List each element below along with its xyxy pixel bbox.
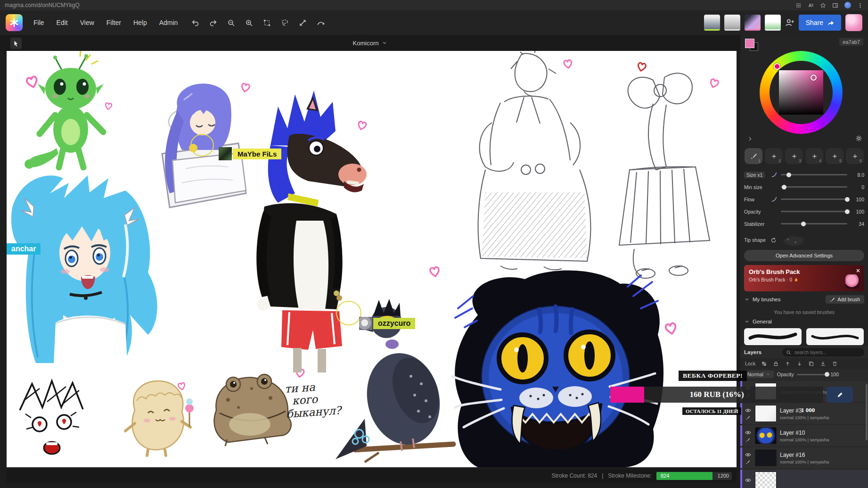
menu-help[interactable]: Help [127, 16, 153, 29]
translate-icon[interactable] [808, 2, 814, 8]
stabilizer-slider[interactable] [781, 223, 847, 224]
close-banner-icon[interactable] [855, 268, 861, 273]
layer-search-input[interactable] [794, 349, 851, 356]
brush-preset-tile[interactable] [744, 328, 802, 345]
layer-thumbnail [755, 471, 777, 488]
collaborator-avatar-1[interactable] [704, 15, 720, 31]
zoom-in-icon[interactable] [245, 19, 253, 27]
advanced-settings-button[interactable]: Open Advanced Settings [744, 250, 864, 261]
color-settings-icon[interactable] [855, 135, 862, 142]
menu-filter[interactable]: Filter [100, 16, 127, 29]
milestone-progress: 824 1200 [656, 472, 732, 480]
apps-icon[interactable] [795, 2, 802, 8]
menu-admin[interactable]: Admin [153, 16, 184, 29]
alien-drawing [25, 51, 104, 169]
duplicate-layer-icon[interactable] [808, 361, 814, 367]
brush-slot-3[interactable]: 3 [785, 148, 803, 164]
collaborator-avatar-3[interactable] [745, 15, 761, 31]
layer-visibility-icon[interactable] [745, 452, 751, 458]
hue-indicator[interactable] [774, 63, 780, 70]
layer-row[interactable]: Layer #10normal 100% | senyasha [740, 425, 868, 446]
lock-icon[interactable] [773, 361, 779, 367]
menubar: File Edit View Filter Help Admin Share [0, 10, 868, 35]
donation-edit-button[interactable] [827, 387, 853, 403]
menu-edit[interactable]: Edit [50, 16, 74, 29]
layer-thumbnail [755, 449, 777, 466]
drawing-canvas[interactable]: anchar MaYbe FiLs ozzycuro ти на кого бы… [7, 51, 737, 467]
merge-layer-icon[interactable] [820, 361, 826, 367]
general-label: General [753, 319, 772, 324]
status-bar: Stroke Count: 824 | Stroke Milestone: 82… [7, 469, 737, 482]
layer-row[interactable] [740, 470, 868, 488]
fullscreen-icon[interactable] [299, 19, 307, 27]
lower-layer-icon[interactable] [796, 361, 802, 367]
tip-shape-preview[interactable] [781, 233, 806, 247]
raise-layer-icon[interactable] [785, 361, 791, 367]
menu-file[interactable]: File [27, 16, 50, 29]
brush-pack-banner[interactable]: Orb's Brush Pack Orb's Brush Pack · 0 [744, 265, 864, 291]
brush-slot-5[interactable]: 5 [826, 148, 843, 164]
layer-opacity-slider[interactable] [797, 374, 827, 375]
general-section-row[interactable]: General [744, 319, 864, 324]
bookmark-icon[interactable] [820, 2, 826, 8]
brush-slot-1[interactable]: 1 [745, 148, 762, 164]
my-brushes-label[interactable]: My brushes [753, 297, 780, 302]
layer-visibility-icon[interactable] [745, 430, 751, 436]
brush-preset-tile[interactable] [806, 328, 864, 345]
refresh-tip-icon[interactable] [770, 237, 777, 243]
layers-scrollbar[interactable] [866, 384, 868, 440]
alpha-lock-icon[interactable] [761, 361, 767, 367]
collaborator-avatar-4[interactable] [765, 15, 781, 31]
smoothing-icon[interactable] [317, 19, 325, 27]
brush-slot-4[interactable]: 4 [805, 148, 823, 164]
layer-brush-icon[interactable] [745, 438, 750, 442]
delete-layer-icon[interactable] [832, 361, 838, 367]
blend-mode-dropdown[interactable]: Normal [744, 371, 774, 378]
lasso-icon[interactable] [281, 19, 289, 27]
panel-icon[interactable] [832, 2, 838, 8]
move-tool-icon[interactable] [10, 38, 22, 49]
layers-title: Layers [744, 349, 762, 355]
layer-visibility-icon[interactable] [745, 477, 751, 483]
color-hex-value[interactable]: ea7ab7 [839, 38, 863, 46]
invite-user-icon[interactable] [785, 18, 794, 27]
pressure-toggle-icon[interactable] [771, 172, 780, 178]
sv-indicator[interactable] [811, 74, 817, 81]
opacity-slider[interactable] [781, 211, 847, 212]
min-size-slider[interactable] [781, 186, 847, 188]
toad-drawing [214, 374, 291, 446]
canvas-title[interactable]: Komicorn [353, 40, 379, 47]
collapse-panel-icon[interactable] [747, 136, 753, 142]
menu-view[interactable]: View [74, 16, 100, 29]
browser-profile-avatar[interactable] [844, 2, 851, 8]
transform-icon[interactable] [263, 19, 271, 27]
brush-slot-6[interactable]: 6 [846, 148, 864, 164]
color-wheel[interactable] [760, 51, 843, 134]
url-text[interactable]: magma.com/d/onNUCMYkgQ [5, 2, 80, 8]
layer-row[interactable]: Layer #16normal 100% | senyasha [740, 447, 868, 468]
size-slider[interactable] [781, 174, 847, 175]
bed-girl-drawing [162, 83, 246, 207]
zoom-out-icon[interactable] [227, 19, 235, 27]
layer-brush-icon[interactable] [745, 460, 750, 464]
chevron-down-icon[interactable] [744, 297, 750, 302]
layer-brush-icon[interactable] [745, 415, 750, 420]
pressure-toggle-icon[interactable] [771, 197, 780, 202]
brush-slot-2[interactable]: 2 [765, 148, 783, 164]
user-avatar[interactable] [845, 14, 862, 31]
layer-visibility-icon[interactable] [745, 407, 751, 414]
undo-icon[interactable] [191, 19, 199, 27]
flow-slider[interactable] [781, 199, 847, 200]
redo-icon[interactable] [209, 19, 217, 27]
layer-search[interactable] [782, 348, 864, 356]
share-button[interactable]: Share [799, 15, 841, 31]
title-dropdown-icon[interactable] [382, 40, 387, 46]
collaborator-avatar-2[interactable] [724, 15, 740, 31]
pencil-icon [836, 391, 843, 398]
slider-min-size: Min size 0 [744, 182, 864, 192]
share-label: Share [806, 19, 823, 26]
browser-menu-icon[interactable] [857, 2, 863, 8]
foreground-color-swatch[interactable] [745, 39, 754, 48]
magma-logo[interactable] [6, 14, 23, 31]
add-brush-button[interactable]: Add brush [826, 295, 864, 304]
